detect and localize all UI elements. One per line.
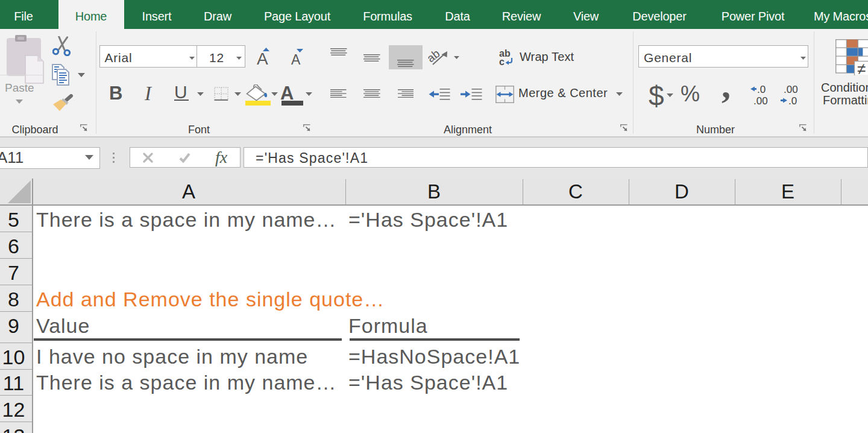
svg-text:.0: .0 — [757, 84, 766, 95]
svg-text:.00: .00 — [784, 84, 798, 95]
svg-text:.0: .0 — [788, 95, 797, 106]
svg-text:≠: ≠ — [857, 59, 866, 75]
svg-text:c: c — [499, 57, 505, 66]
svg-text:.00: .00 — [753, 95, 768, 106]
